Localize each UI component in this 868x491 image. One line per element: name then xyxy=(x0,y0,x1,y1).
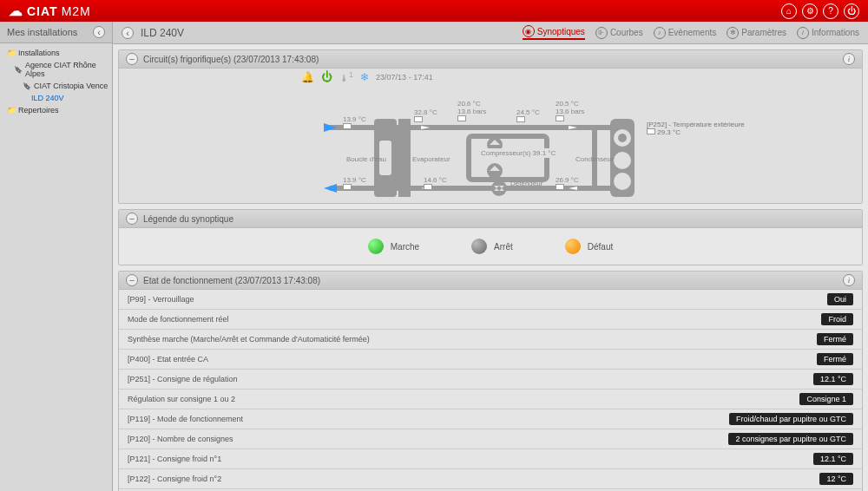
topbar: ☁ CIATM2M ⌂ ⚙ ? ⏻ xyxy=(0,0,868,22)
home-icon[interactable]: ⌂ xyxy=(781,3,797,19)
dot-orange-icon xyxy=(565,239,581,254)
state-value: Froid xyxy=(821,313,853,325)
state-label: [P99] - Verrouillage xyxy=(128,295,827,304)
legend-marche: Marche xyxy=(368,239,419,254)
panel-title: Etat de fonctionnement (23/07/2013 17:43… xyxy=(143,276,320,285)
legend-defaut: Défaut xyxy=(565,239,613,254)
svg-point-17 xyxy=(614,173,631,190)
svg-point-13 xyxy=(491,180,507,196)
panel-info-icon[interactable]: i xyxy=(843,53,855,65)
folder-icon xyxy=(7,106,16,115)
synoptic-diagram: 13.9 °C 13.9 °C Boucle d'eau Evaporateur… xyxy=(126,93,855,206)
help-icon[interactable]: ? xyxy=(823,3,838,19)
synoptic-datetime: 23/07/13 - 17:41 xyxy=(376,73,433,82)
panel-collapse-icon[interactable]: − xyxy=(126,53,138,65)
info-icon: i xyxy=(797,27,809,39)
alarm-icon[interactable]: 🔔 xyxy=(301,71,314,83)
sidebar-header: Mes installations ‹ xyxy=(0,22,112,43)
state-value: Oui xyxy=(827,293,853,305)
state-row: [P121] - Consigne froid n°112.1 °C xyxy=(119,449,862,469)
panel-collapse-icon[interactable]: − xyxy=(126,213,138,225)
state-label: Mode de fonctionnement réel xyxy=(128,315,821,324)
state-value: 2 consignes par pupitre ou GTC xyxy=(728,433,853,445)
state-label: [P119] - Mode de fonctionnement xyxy=(128,415,729,423)
power-status-icon[interactable]: ⏻ xyxy=(321,70,332,83)
thermometer-icon: 🌡1 xyxy=(339,70,353,83)
tag-icon xyxy=(14,65,23,74)
state-label: Synthèse marche (Marche/Arrêt et Command… xyxy=(128,335,817,344)
tree-item-cristopia[interactable]: CIAT Cristopia Vence xyxy=(3,80,108,92)
state-value: Fermé xyxy=(817,353,853,365)
panel-collapse-icon[interactable]: − xyxy=(126,274,138,286)
svg-marker-3 xyxy=(324,184,337,193)
state-row: [P120] - Nombre de consignes2 consignes … xyxy=(119,429,862,449)
state-row: [P400] - Etat entrée CAFermé xyxy=(119,350,862,370)
collapse-icon[interactable]: ‹ xyxy=(122,27,134,39)
sidebar-title: Mes installations xyxy=(7,27,77,37)
sidebar: Mes installations ‹ Installations Agence… xyxy=(0,22,113,491)
state-row: [P122] - Consigne froid n°212 °C xyxy=(119,469,862,489)
content-header: ‹ ILD 240V ◉Synoptiques ⊪Courbes ♪Evènem… xyxy=(113,22,868,44)
state-value: 12.1 °C xyxy=(813,453,853,465)
state-row: Synthèse marche (Marche/Arrêt et Command… xyxy=(119,330,862,350)
cloud-icon: ☁ xyxy=(9,3,23,19)
tab-synoptiques[interactable]: ◉Synoptiques xyxy=(523,25,585,40)
state-value: 12 °C xyxy=(819,473,853,485)
state-label: [P251] - Consigne de régulation xyxy=(128,375,813,383)
eye-icon: ◉ xyxy=(523,25,535,37)
state-value: Fermé xyxy=(817,333,853,345)
tree: Installations Agence CIAT Rhône Alpes CI… xyxy=(0,43,112,491)
tree-item-ild[interactable]: ILD 240V xyxy=(3,92,108,104)
panel-legende: − Légende du synoptique Marche Arrêt Déf… xyxy=(118,209,863,265)
content: ‹ ILD 240V ◉Synoptiques ⊪Courbes ♪Evènem… xyxy=(113,22,868,491)
tree-root-repertoires[interactable]: Repertoires xyxy=(3,104,108,116)
tab-informations[interactable]: iInformations xyxy=(797,25,859,40)
folder-icon xyxy=(7,49,16,57)
snowflake-icon: ❄ xyxy=(360,71,369,83)
state-row: [P251] - Consigne de régulation12.1 °C xyxy=(119,370,862,390)
state-label: Régulation sur consigne 1 ou 2 xyxy=(128,395,799,403)
panel-info-icon[interactable]: i xyxy=(843,274,855,286)
state-row: Régulation sur consigne 1 ou 2Consigne 1 xyxy=(119,390,862,409)
panel-etat: − Etat de fonctionnement (23/07/2013 17:… xyxy=(118,271,863,491)
panel-circuit: − Circuit(s) frigorifique(s) (23/07/2013… xyxy=(118,49,863,204)
state-row: [P99] - VerrouillageOui xyxy=(119,290,862,310)
brand-sub: M2M xyxy=(62,4,91,18)
gear-icon: ✻ xyxy=(727,27,739,39)
bell-icon: ♪ xyxy=(654,27,666,39)
state-label: [P121] - Consigne froid n°1 xyxy=(128,455,813,463)
state-value: Consigne 1 xyxy=(799,393,853,405)
panel-title: Circuit(s) frigorifique(s) (23/07/2013 1… xyxy=(143,55,319,64)
state-row: Mode de fonctionnement réelFroid xyxy=(119,310,862,330)
tab-evenements[interactable]: ♪Evènements xyxy=(654,25,717,40)
svg-point-16 xyxy=(614,152,631,169)
legend-arret: Arrêt xyxy=(471,239,513,254)
tab-courbes[interactable]: ⊪Courbes xyxy=(595,25,643,40)
dot-green-icon xyxy=(368,239,384,254)
brand-name: CIAT xyxy=(27,4,58,18)
dot-grey-icon xyxy=(471,239,487,254)
panel-title: Légende du synoptique xyxy=(143,214,233,224)
tab-parametres[interactable]: ✻Paramètres xyxy=(727,25,786,40)
chart-icon: ⊪ xyxy=(595,27,608,39)
state-label: [P120] - Nombre de consignes xyxy=(128,435,728,443)
state-value: 12.1 °C xyxy=(813,373,853,385)
settings-icon[interactable]: ⚙ xyxy=(802,3,818,19)
state-value: Froid/chaud par pupitre ou GTC xyxy=(729,413,853,425)
sidebar-collapse-icon[interactable]: ‹ xyxy=(93,26,105,38)
state-label: [P400] - Etat entrée CA xyxy=(128,355,817,363)
tree-item-agence[interactable]: Agence CIAT Rhône Alpes xyxy=(3,59,108,80)
logo: ☁ CIATM2M xyxy=(9,3,91,19)
tag-icon xyxy=(23,82,31,90)
power-icon[interactable]: ⏻ xyxy=(844,3,859,19)
state-label: [P122] - Consigne froid n°2 xyxy=(128,475,819,483)
svg-rect-10 xyxy=(398,119,411,197)
state-row: [P119] - Mode de fonctionnementFroid/cha… xyxy=(119,409,862,429)
svg-marker-2 xyxy=(324,123,337,132)
page-title: ILD 240V xyxy=(141,27,184,39)
tree-root-installations[interactable]: Installations xyxy=(3,47,108,59)
svg-rect-0 xyxy=(469,136,547,180)
